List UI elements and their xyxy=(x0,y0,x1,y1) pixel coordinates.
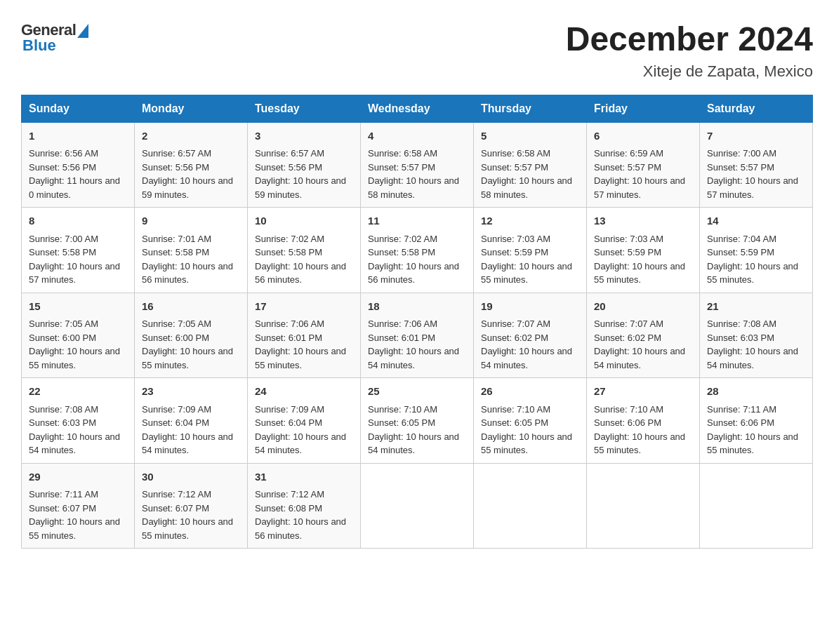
daylight-info: Daylight: 10 hours and 55 minutes. xyxy=(594,430,692,457)
day-number: 18 xyxy=(368,299,466,315)
header-thursday: Thursday xyxy=(474,95,587,122)
calendar-cell: 12Sunrise: 7:03 AMSunset: 5:59 PMDayligh… xyxy=(474,208,587,293)
calendar-cell: 19Sunrise: 7:07 AMSunset: 6:02 PMDayligh… xyxy=(474,293,587,378)
calendar-cell: 23Sunrise: 7:09 AMSunset: 6:04 PMDayligh… xyxy=(135,378,248,464)
location-subtitle: Xiteje de Zapata, Mexico xyxy=(566,62,813,81)
calendar-cell xyxy=(361,463,474,549)
sunset-info: Sunset: 5:57 PM xyxy=(594,161,692,175)
calendar-cell: 27Sunrise: 7:10 AMSunset: 6:06 PMDayligh… xyxy=(587,378,700,464)
sunrise-info: Sunrise: 7:09 AM xyxy=(142,403,240,417)
sunrise-info: Sunrise: 6:58 AM xyxy=(368,147,466,161)
calendar-cell: 7Sunrise: 7:00 AMSunset: 5:57 PMDaylight… xyxy=(700,122,813,208)
calendar-cell: 25Sunrise: 7:10 AMSunset: 6:05 PMDayligh… xyxy=(361,378,474,464)
sunrise-info: Sunrise: 7:05 AM xyxy=(29,317,127,331)
daylight-info: Daylight: 10 hours and 55 minutes. xyxy=(707,260,805,287)
day-number: 31 xyxy=(255,469,353,485)
calendar-cell: 9Sunrise: 7:01 AMSunset: 5:58 PMDaylight… xyxy=(135,208,248,293)
calendar-cell: 17Sunrise: 7:06 AMSunset: 6:01 PMDayligh… xyxy=(248,293,361,378)
day-number: 1 xyxy=(29,128,127,145)
sunset-info: Sunset: 6:05 PM xyxy=(481,416,579,430)
day-number: 13 xyxy=(594,213,692,229)
sunrise-info: Sunrise: 7:00 AM xyxy=(29,232,127,246)
sunset-info: Sunset: 5:58 PM xyxy=(368,246,466,260)
day-number: 6 xyxy=(594,128,692,145)
calendar-cell: 5Sunrise: 6:58 AMSunset: 5:57 PMDaylight… xyxy=(474,122,587,208)
calendar-header-row: SundayMondayTuesdayWednesdayThursdayFrid… xyxy=(22,95,813,122)
day-number: 8 xyxy=(29,213,127,229)
sunset-info: Sunset: 5:56 PM xyxy=(142,161,240,175)
sunset-info: Sunset: 5:59 PM xyxy=(707,246,805,260)
sunset-info: Sunset: 6:03 PM xyxy=(29,416,127,430)
daylight-info: Daylight: 11 hours and 0 minutes. xyxy=(29,174,127,201)
daylight-info: Daylight: 10 hours and 56 minutes. xyxy=(368,260,466,287)
header-saturday: Saturday xyxy=(700,95,813,122)
calendar-cell: 21Sunrise: 7:08 AMSunset: 6:03 PMDayligh… xyxy=(700,293,813,378)
week-row-4: 22Sunrise: 7:08 AMSunset: 6:03 PMDayligh… xyxy=(22,378,813,464)
sunset-info: Sunset: 6:04 PM xyxy=(142,416,240,430)
sunrise-info: Sunrise: 7:06 AM xyxy=(255,317,353,331)
day-number: 29 xyxy=(29,469,127,485)
daylight-info: Daylight: 10 hours and 58 minutes. xyxy=(481,174,579,201)
daylight-info: Daylight: 10 hours and 54 minutes. xyxy=(594,344,692,372)
sunset-info: Sunset: 6:04 PM xyxy=(255,416,353,430)
sunset-info: Sunset: 6:06 PM xyxy=(707,416,805,430)
calendar-cell: 16Sunrise: 7:05 AMSunset: 6:00 PMDayligh… xyxy=(135,293,248,378)
sunset-info: Sunset: 6:00 PM xyxy=(29,331,127,345)
day-number: 28 xyxy=(707,384,805,400)
sunrise-info: Sunrise: 7:08 AM xyxy=(29,403,127,417)
calendar-cell: 30Sunrise: 7:12 AMSunset: 6:07 PMDayligh… xyxy=(135,463,248,549)
day-number: 2 xyxy=(142,128,240,145)
sunrise-info: Sunrise: 7:11 AM xyxy=(707,403,805,417)
sunset-info: Sunset: 5:57 PM xyxy=(481,161,579,175)
day-number: 20 xyxy=(594,299,692,315)
day-number: 7 xyxy=(707,128,805,145)
sunset-info: Sunset: 5:57 PM xyxy=(368,161,466,175)
sunrise-info: Sunrise: 7:11 AM xyxy=(29,488,127,502)
sunrise-info: Sunrise: 6:57 AM xyxy=(142,147,240,161)
sunrise-info: Sunrise: 7:06 AM xyxy=(368,317,466,331)
sunrise-info: Sunrise: 7:08 AM xyxy=(707,317,805,331)
calendar-cell: 4Sunrise: 6:58 AMSunset: 5:57 PMDaylight… xyxy=(361,122,474,208)
header-monday: Monday xyxy=(135,95,248,122)
calendar-cell: 24Sunrise: 7:09 AMSunset: 6:04 PMDayligh… xyxy=(248,378,361,464)
daylight-info: Daylight: 10 hours and 57 minutes. xyxy=(594,174,692,201)
sunrise-info: Sunrise: 7:01 AM xyxy=(142,232,240,246)
day-number: 24 xyxy=(255,384,353,400)
day-number: 11 xyxy=(368,213,466,229)
week-row-2: 8Sunrise: 7:00 AMSunset: 5:58 PMDaylight… xyxy=(22,208,813,293)
sunrise-info: Sunrise: 6:59 AM xyxy=(594,147,692,161)
sunrise-info: Sunrise: 7:04 AM xyxy=(707,232,805,246)
day-number: 5 xyxy=(481,128,579,145)
sunrise-info: Sunrise: 7:10 AM xyxy=(368,403,466,417)
daylight-info: Daylight: 10 hours and 54 minutes. xyxy=(481,344,579,372)
calendar-cell xyxy=(700,463,813,549)
daylight-info: Daylight: 10 hours and 59 minutes. xyxy=(255,174,353,201)
sunset-info: Sunset: 6:05 PM xyxy=(368,416,466,430)
calendar-cell: 26Sunrise: 7:10 AMSunset: 6:05 PMDayligh… xyxy=(474,378,587,464)
sunset-info: Sunset: 6:01 PM xyxy=(368,331,466,345)
sunrise-info: Sunrise: 7:03 AM xyxy=(481,232,579,246)
day-number: 22 xyxy=(29,384,127,400)
day-number: 14 xyxy=(707,213,805,229)
daylight-info: Daylight: 10 hours and 56 minutes. xyxy=(142,260,240,287)
sunrise-info: Sunrise: 6:58 AM xyxy=(481,147,579,161)
daylight-info: Daylight: 10 hours and 58 minutes. xyxy=(368,174,466,201)
sunrise-info: Sunrise: 6:57 AM xyxy=(255,147,353,161)
daylight-info: Daylight: 10 hours and 55 minutes. xyxy=(29,515,127,542)
sunrise-info: Sunrise: 7:00 AM xyxy=(707,147,805,161)
daylight-info: Daylight: 10 hours and 55 minutes. xyxy=(707,430,805,457)
daylight-info: Daylight: 10 hours and 54 minutes. xyxy=(368,344,466,372)
sunset-info: Sunset: 6:02 PM xyxy=(481,331,579,345)
sunset-info: Sunset: 5:59 PM xyxy=(481,246,579,260)
sunset-info: Sunset: 6:00 PM xyxy=(142,331,240,345)
daylight-info: Daylight: 10 hours and 54 minutes. xyxy=(255,430,353,457)
main-title: December 2024 xyxy=(566,21,813,58)
sunset-info: Sunset: 5:56 PM xyxy=(29,161,127,175)
sunset-info: Sunset: 6:02 PM xyxy=(594,331,692,345)
day-number: 27 xyxy=(594,384,692,400)
logo: General Blue xyxy=(21,21,88,55)
daylight-info: Daylight: 10 hours and 55 minutes. xyxy=(594,260,692,287)
sunset-info: Sunset: 5:59 PM xyxy=(594,246,692,260)
calendar-cell: 20Sunrise: 7:07 AMSunset: 6:02 PMDayligh… xyxy=(587,293,700,378)
sunset-info: Sunset: 5:58 PM xyxy=(29,246,127,260)
